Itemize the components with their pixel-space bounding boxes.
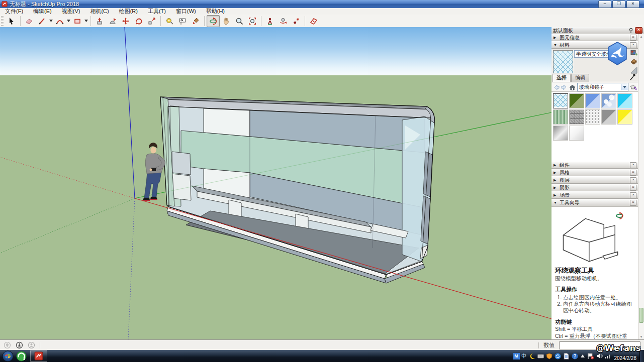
position-camera-tool-button[interactable] — [263, 15, 277, 27]
browser-360-icon[interactable] — [14, 350, 28, 362]
section-close-icon[interactable]: × — [630, 177, 636, 183]
scrollbar-thumb[interactable] — [639, 308, 643, 323]
tape-measure-tool-button[interactable] — [163, 15, 176, 27]
swatch-yellow-glass[interactable] — [617, 109, 632, 125]
tray-close-button[interactable]: × — [635, 27, 642, 34]
forward-arrow-icon[interactable] — [561, 84, 568, 90]
panel-scrollbar[interactable]: ▲ ▼ — [638, 34, 644, 339]
section-close-icon[interactable]: × — [630, 170, 636, 176]
toolbar-grip[interactable] — [1, 16, 4, 26]
create-material-button[interactable] — [630, 50, 637, 57]
secondary-pane-button[interactable] — [630, 58, 637, 65]
ime-language-indicator[interactable]: 中 — [522, 352, 527, 359]
back-arrow-icon[interactable] — [553, 84, 560, 90]
push-pull-tool-button[interactable] — [93, 15, 106, 27]
line-tool-dropdown[interactable] — [49, 16, 53, 27]
credits-icon[interactable] — [16, 341, 23, 349]
taskbar-sketchup-button[interactable] — [30, 350, 47, 362]
walk-tool-button[interactable] — [290, 15, 303, 27]
paint-bucket-tool-button[interactable] — [189, 15, 202, 27]
scroll-down-icon[interactable]: ▼ — [638, 334, 644, 339]
tray-expand-icon[interactable] — [580, 354, 585, 358]
help-icon[interactable] — [572, 353, 578, 359]
menu-tools[interactable]: 工具(T) — [148, 8, 166, 15]
tray-header[interactable]: 默认面板 × — [551, 27, 644, 34]
home-icon[interactable] — [569, 84, 576, 90]
keyboard-icon[interactable] — [537, 353, 544, 359]
tab-edit[interactable]: 编辑 — [571, 74, 589, 82]
document-icon[interactable] — [563, 353, 570, 359]
title-bar[interactable]: 无标题 - SketchUp Pro 2018 – ❐ × — [0, 0, 644, 8]
swatch-cyan-glass[interactable] — [617, 93, 632, 108]
zoom-tool-button[interactable] — [233, 15, 246, 27]
menu-draw[interactable]: 绘图(R) — [119, 8, 138, 15]
action-center-flag-icon[interactable] — [587, 353, 594, 359]
menu-window[interactable]: 窗口(W) — [176, 8, 196, 15]
menu-edit[interactable]: 编辑(E) — [33, 8, 52, 15]
eraser-tool-button[interactable] — [23, 15, 36, 27]
close-button[interactable]: × — [626, 1, 639, 8]
section-entity-info[interactable]: ▶ 图元信息 × — [551, 34, 638, 41]
section-close-icon[interactable]: × — [630, 200, 636, 206]
drawing-area[interactable] — [0, 27, 552, 339]
section-instructor[interactable]: ▼ 工具向导 × — [551, 199, 638, 206]
arc-tool-button[interactable] — [53, 15, 66, 27]
swatch-translucent-safety-glass[interactable] — [553, 93, 568, 108]
moon-icon[interactable] — [529, 353, 535, 359]
section-styles[interactable]: ▶ 风格 × — [551, 169, 638, 176]
rotate-tool-button[interactable] — [132, 15, 145, 27]
swatch-glass-block[interactable] — [569, 109, 584, 125]
shapes-tool-button[interactable] — [71, 15, 84, 27]
arc-tool-dropdown[interactable] — [66, 16, 71, 27]
collections-dropdown[interactable]: 玻璃和镜子 — [577, 83, 628, 91]
menu-file[interactable]: 文件(F) — [5, 8, 23, 15]
orbit-tool-button[interactable] — [207, 15, 220, 27]
default-material-corner[interactable] — [630, 67, 637, 74]
menu-view[interactable]: 视图(V) — [62, 8, 80, 15]
swatch-obscure-glass[interactable] — [585, 109, 600, 125]
look-around-tool-button[interactable] — [277, 15, 290, 27]
shapes-tool-dropdown[interactable] — [84, 16, 88, 27]
section-close-icon[interactable]: × — [630, 162, 636, 168]
swatch-blue-glass[interactable] — [585, 93, 600, 108]
section-components[interactable]: ▶ 组件 × — [551, 161, 638, 169]
pin-icon[interactable] — [628, 28, 633, 33]
swatch-mirror-gray[interactable] — [553, 126, 568, 141]
section-close-icon[interactable]: × — [630, 192, 636, 198]
sign-in-icon[interactable] — [28, 341, 35, 349]
move-tool-button[interactable] — [119, 15, 132, 27]
start-button[interactable] — [1, 350, 14, 362]
section-close-icon[interactable]: × — [630, 185, 636, 191]
tab-select[interactable]: 选择 — [553, 74, 571, 82]
section-close-icon[interactable]: × — [630, 42, 636, 48]
geolocation-icon[interactable] — [4, 341, 11, 349]
in-model-icon[interactable] — [630, 84, 637, 90]
follow-me-tool-button[interactable] — [106, 15, 119, 27]
ime-mode-icon[interactable]: M — [513, 353, 520, 359]
taskbar-date[interactable]: 2024/2/28 — [614, 355, 637, 361]
network-icon[interactable] — [605, 353, 611, 359]
minimize-button[interactable]: – — [598, 1, 611, 8]
section-layers[interactable]: ▶ 图层 × — [551, 176, 638, 184]
volume-icon[interactable] — [596, 353, 603, 359]
section-scenes[interactable]: ▶ 场景 × — [551, 191, 638, 199]
security-shield-icon[interactable] — [546, 353, 553, 359]
swatch-sky-reflection-glass[interactable] — [601, 93, 616, 108]
swatch-ribbed-green-glass[interactable] — [553, 109, 568, 125]
restore-button[interactable]: ❐ — [612, 1, 625, 8]
section-shadows[interactable]: ▶ 阴影 × — [551, 184, 638, 191]
sample-paint-eyedropper[interactable] — [630, 73, 636, 81]
sync-icon[interactable] — [555, 353, 561, 359]
section-plane-tool-button[interactable] — [307, 15, 320, 27]
zoom-extents-tool-button[interactable] — [246, 15, 259, 27]
thunder-overlay-icon[interactable] — [605, 41, 630, 68]
line-tool-button[interactable] — [36, 15, 49, 27]
select-tool-button[interactable] — [5, 15, 18, 27]
scroll-up-icon[interactable]: ▲ — [638, 34, 644, 39]
pan-tool-button[interactable] — [220, 15, 233, 27]
swatch-green-glass[interactable] — [569, 93, 584, 108]
menu-camera[interactable]: 相机(C) — [90, 8, 109, 15]
dropdown-caret-icon[interactable] — [621, 84, 628, 90]
section-close-icon[interactable]: × — [630, 35, 636, 41]
scale-tool-button[interactable] — [145, 15, 158, 27]
